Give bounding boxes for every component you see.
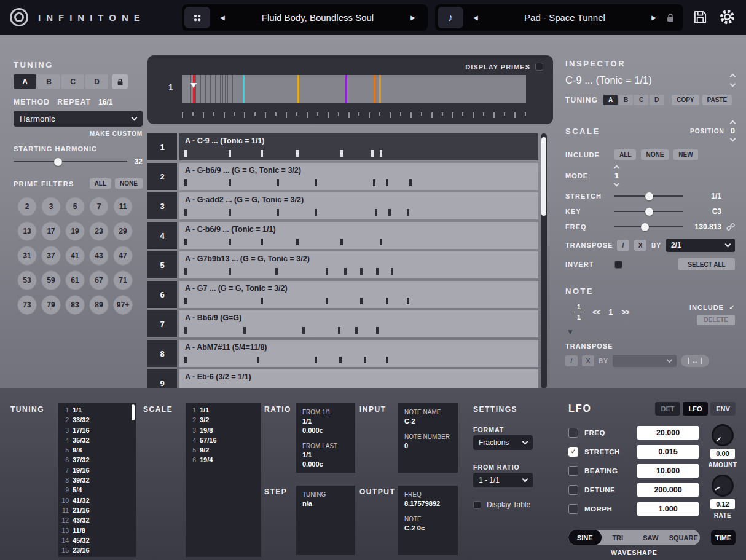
rate-knob[interactable]	[712, 475, 734, 497]
lfo-tab-det[interactable]: DET	[655, 402, 680, 416]
tuning-list-item[interactable]: 839/32	[58, 475, 136, 485]
stretch-slider[interactable]	[614, 192, 683, 200]
lfo-stretch-input[interactable]: 0.015	[637, 445, 699, 459]
row-body[interactable]: A - G-add2 ... (G = G, Tonic = 3/2)	[179, 192, 538, 219]
sequence-row-3[interactable]: 3A - G-add2 ... (G = G, Tonic = 3/2)	[147, 192, 538, 219]
patch-next-button[interactable]: ▶	[410, 14, 415, 21]
sequence-row-4[interactable]: 4A - C-b6/9 ... (Tonic = 1/1)	[147, 222, 538, 249]
prime-filter-89[interactable]: 89	[89, 295, 109, 315]
note-delete-button[interactable]: DELETE	[697, 315, 735, 325]
prime-filter-43[interactable]: 43	[89, 246, 109, 266]
prime-filter-67[interactable]: 67	[89, 270, 109, 290]
note-transpose-dropdown[interactable]	[613, 355, 677, 367]
pitch-marker[interactable]	[243, 75, 245, 103]
row-number-6[interactable]: 6	[147, 281, 177, 308]
lfo-tab-lfo[interactable]: LFO	[683, 402, 708, 416]
tuning-list-item[interactable]: 637/32	[58, 455, 136, 465]
prime-filter-13[interactable]: 13	[17, 221, 37, 241]
primes-all-button[interactable]: ALL	[90, 178, 111, 189]
inspector-tuning-tab-c[interactable]: C	[634, 95, 648, 105]
selection-spinner[interactable]	[731, 74, 735, 86]
lfo-stretch-checkbox[interactable]: ✓	[568, 447, 578, 457]
from-ratio-dropdown[interactable]: 1 - 1/1	[473, 473, 533, 487]
patch-prev-button[interactable]: ◀	[220, 14, 225, 21]
tuning-list-item[interactable]: 1041/32	[58, 495, 136, 505]
prime-filter-71[interactable]: 71	[113, 270, 133, 290]
lfo-morph-input[interactable]: 1.000	[637, 502, 699, 516]
sequence-row-5[interactable]: 5A - G7b9b13 ... (G = G, Tonic = 3/2)	[147, 251, 538, 278]
waveshape-sine-button[interactable]: SINE	[568, 530, 602, 545]
prime-filter-19[interactable]: 19	[65, 221, 85, 241]
scale-all-button[interactable]: ALL	[614, 149, 636, 160]
invert-checkbox[interactable]	[614, 261, 622, 269]
waveshape-saw-button[interactable]: SAW	[634, 530, 667, 545]
sequence-scrollbar-thumb[interactable]	[541, 137, 546, 216]
tuning-list-item[interactable]: 233/32	[58, 415, 136, 425]
select-all-button[interactable]: SELECT ALL	[678, 258, 735, 270]
pitch-marker[interactable]	[379, 75, 381, 103]
row-body[interactable]: A - G7 ... (G = G, Tonic = 3/2)	[179, 281, 538, 308]
tuning-lock-button[interactable]	[112, 74, 128, 89]
prime-filter-83[interactable]: 83	[65, 295, 85, 315]
waveshape-tri-button[interactable]: TRI	[602, 530, 635, 545]
prime-filter-73[interactable]: 73	[17, 295, 37, 315]
primes-none-button[interactable]: NONE	[115, 178, 143, 189]
scale-list-item[interactable]: 23/2	[186, 415, 261, 425]
patch-name[interactable]: Fluid Body, Boundless Soul	[262, 12, 374, 23]
tuning-tab-c[interactable]: C	[61, 74, 84, 89]
save-button[interactable]	[693, 10, 707, 24]
row-number-3[interactable]: 3	[147, 192, 177, 219]
scale-list-item[interactable]: 11/1	[186, 405, 261, 415]
tuning-list-item[interactable]: 1445/32	[58, 535, 136, 545]
display-table-checkbox[interactable]	[473, 501, 481, 509]
tuning-list-scrollbar[interactable]	[132, 404, 135, 420]
freq-slider[interactable]	[614, 223, 683, 231]
make-custom-button[interactable]: MAKE CUSTOM	[14, 130, 143, 137]
row-body[interactable]: A - G7b9b13 ... (G = G, Tonic = 3/2)	[179, 251, 538, 278]
lfo-tab-env[interactable]: ENV	[710, 402, 736, 416]
sequence-row-7[interactable]: 7A - Bb6/9 (G=G)	[147, 310, 538, 337]
prime-filter-53[interactable]: 53	[17, 270, 37, 290]
tuning-list-item[interactable]: 11/1	[58, 405, 136, 415]
row-body[interactable]: A - Bb6/9 (G=G)	[179, 310, 538, 337]
row-number-2[interactable]: 2	[147, 163, 177, 190]
key-slider[interactable]	[614, 207, 683, 216]
row-number-8[interactable]: 8	[147, 340, 177, 367]
scale-list-item[interactable]: 619/4	[186, 455, 261, 465]
lfo-freq-checkbox[interactable]	[568, 428, 578, 438]
scale-new-button[interactable]: NEW	[673, 149, 697, 160]
sequence-row-2[interactable]: 2A - G-b6/9 ... (G = G, Tonic = 3/2)	[147, 163, 538, 190]
prime-filter-2[interactable]: 2	[17, 197, 37, 216]
display-primes-toggle[interactable]: DISPLAY PRIMES	[465, 63, 543, 71]
prime-filter-97+[interactable]: 97+	[113, 295, 133, 315]
row-body[interactable]: A - C-b6/9 ... (Tonic = 1/1)	[179, 222, 538, 249]
transpose-divide-button[interactable]: /	[617, 240, 629, 251]
tuning-ratio-list[interactable]: 11/1233/32317/16435/3259/8637/32719/1683…	[58, 403, 136, 557]
scale-ratio-list[interactable]: 11/123/2319/8457/1659/2619/4	[186, 403, 261, 557]
repeat-value[interactable]: 16/1	[98, 98, 112, 106]
scale-none-button[interactable]: NONE	[641, 149, 669, 160]
display-primes-checkbox[interactable]	[535, 63, 543, 71]
inspector-tuning-tab-a[interactable]: A	[603, 95, 618, 105]
prime-filter-41[interactable]: 41	[65, 246, 85, 266]
sound-prev-button[interactable]: ◀	[473, 14, 478, 21]
row-body[interactable]: A - C-9 ... (Tonic = 1/1)	[179, 133, 538, 160]
playhead-marker[interactable]	[193, 75, 195, 103]
scale-list-item[interactable]: 457/16	[186, 435, 261, 445]
method-dropdown[interactable]: Harmonic	[14, 111, 143, 127]
sequence-row-1[interactable]: 1A - C-9 ... (Tonic = 1/1)	[147, 133, 538, 160]
scale-list-item[interactable]: 319/8	[186, 425, 261, 435]
format-dropdown[interactable]: Fractions	[473, 435, 533, 450]
note-transpose-multiply-button[interactable]: X	[582, 355, 594, 366]
tuning-tab-a[interactable]: A	[14, 74, 36, 89]
waveshape-square-button[interactable]: SQUARE	[667, 530, 701, 545]
lfo-freq-input[interactable]: 20.000	[637, 426, 699, 440]
sound-name[interactable]: Pad - Space Tunnel	[524, 12, 605, 23]
prime-filter-61[interactable]: 61	[65, 270, 85, 290]
tuning-list-item[interactable]: 59/8	[58, 445, 136, 455]
tuning-list-item[interactable]: 435/32	[58, 435, 136, 445]
note-transpose-divide-button[interactable]: /	[565, 355, 578, 366]
tuning-list-item[interactable]: 1523/16	[58, 545, 136, 555]
prime-filter-37[interactable]: 37	[41, 246, 61, 266]
row-number-1[interactable]: 1	[147, 133, 177, 160]
